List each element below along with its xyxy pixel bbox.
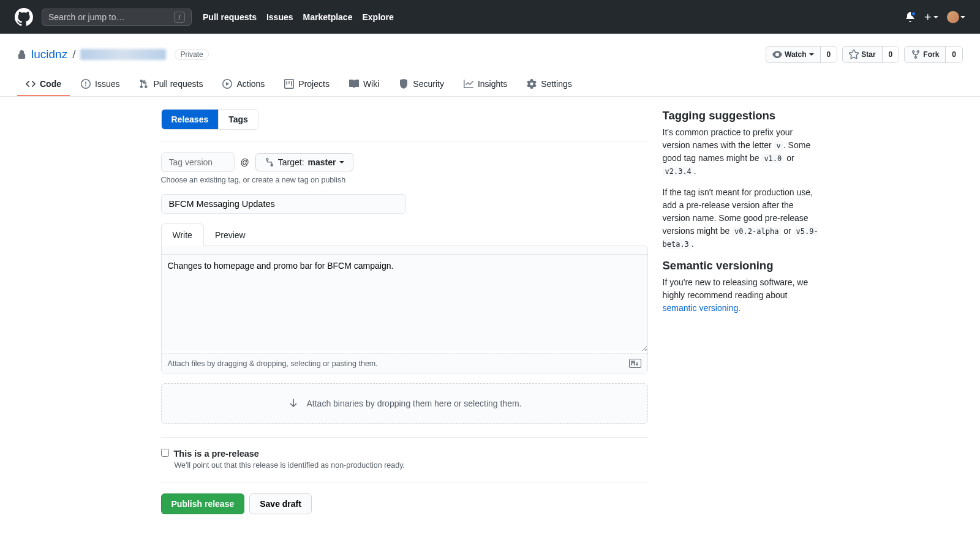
branch-icon xyxy=(265,157,274,167)
star-icon xyxy=(849,50,859,59)
star-button[interactable]: Star 0 xyxy=(842,46,899,63)
markdown-icon[interactable]: M↓ xyxy=(629,359,641,368)
form-buttons: Publish release Save draft xyxy=(161,482,648,514)
repo-owner-link[interactable]: lucidnz xyxy=(31,48,67,61)
nav-pull-requests[interactable]: Pull requests xyxy=(203,12,257,22)
tab-wiki[interactable]: Wiki xyxy=(341,73,388,96)
project-icon xyxy=(284,79,294,89)
release-subnav: Releases Tags xyxy=(161,109,258,130)
fork-count[interactable]: 0 xyxy=(945,47,962,62)
notifications-icon[interactable] xyxy=(905,12,915,22)
repo-actions: Watch 0 Star 0 Fork 0 xyxy=(766,46,963,63)
editor-tabs: Write Preview xyxy=(161,223,648,246)
subnav-tags[interactable]: Tags xyxy=(218,110,258,129)
prerelease-label[interactable]: This is a pre-release xyxy=(174,449,259,459)
prerelease-row: This is a pre-release xyxy=(161,449,648,459)
tab-actions[interactable]: Actions xyxy=(214,73,273,96)
tab-security[interactable]: Security xyxy=(390,73,453,96)
repo-header: lucidnz / Private Watch 0 Star 0 Fork 0 … xyxy=(0,34,980,97)
chevron-down-icon xyxy=(933,16,938,18)
lock-icon xyxy=(17,50,26,59)
at-symbol: @ xyxy=(241,157,249,167)
search-slash-key: / xyxy=(174,12,185,23)
watch-count[interactable]: 0 xyxy=(820,47,837,62)
nav-issues[interactable]: Issues xyxy=(266,12,293,22)
prerelease-checkbox[interactable] xyxy=(161,449,169,457)
subnav-releases[interactable]: Releases xyxy=(162,110,219,129)
private-badge: Private xyxy=(175,49,208,60)
divider xyxy=(161,437,648,438)
chevron-down-icon xyxy=(339,161,344,163)
eye-icon xyxy=(772,50,782,59)
tab-pull-requests[interactable]: Pull requests xyxy=(130,73,211,96)
tagging-title: Tagging suggestions xyxy=(663,109,820,122)
shield-icon xyxy=(399,79,409,89)
editor-footer[interactable]: Attach files by dragging & dropping, sel… xyxy=(162,353,647,373)
header-left: Search or jump to… / Pull requests Issue… xyxy=(15,8,905,26)
tag-version-input[interactable] xyxy=(161,152,235,172)
binaries-dropzone[interactable]: Attach binaries by dropping them here or… xyxy=(161,383,648,424)
page-container: Releases Tags @ Target: master Choose an… xyxy=(149,109,832,514)
editor-toolbar xyxy=(162,246,647,255)
tab-insights[interactable]: Insights xyxy=(455,73,516,96)
editor-box: Attach files by dragging & dropping, sel… xyxy=(161,246,648,373)
semver-p: If you're new to releasing software, we … xyxy=(663,276,820,315)
tab-issues[interactable]: Issues xyxy=(72,73,128,96)
nav-explore[interactable]: Explore xyxy=(362,12,393,22)
fork-button[interactable]: Fork 0 xyxy=(904,46,963,63)
repo-title: lucidnz / Private xyxy=(17,48,209,61)
issue-icon xyxy=(81,79,91,89)
tab-settings[interactable]: Settings xyxy=(518,73,581,96)
pr-icon xyxy=(139,79,149,89)
star-count[interactable]: 0 xyxy=(882,47,899,62)
global-header: Search or jump to… / Pull requests Issue… xyxy=(0,0,980,34)
chevron-down-icon xyxy=(960,16,965,18)
tab-code[interactable]: Code xyxy=(17,73,70,96)
write-tab[interactable]: Write xyxy=(161,223,204,246)
release-title-input[interactable] xyxy=(161,194,406,214)
avatar xyxy=(947,11,959,23)
fork-icon xyxy=(911,50,921,59)
semver-link[interactable]: semantic versioning. xyxy=(663,303,741,313)
play-icon xyxy=(222,79,232,89)
tagging-p1: It's common practice to prefix your vers… xyxy=(663,126,820,178)
chevron-down-icon xyxy=(809,53,814,56)
tag-target-row: @ Target: master xyxy=(161,152,648,172)
repo-title-row: lucidnz / Private Watch 0 Star 0 Fork 0 xyxy=(17,46,963,63)
tagging-p2: If the tag isn't meant for production us… xyxy=(663,186,820,250)
user-menu[interactable] xyxy=(947,11,965,23)
code-icon xyxy=(26,79,36,89)
attach-hint: Attach files by dragging & dropping, sel… xyxy=(168,359,378,368)
target-branch-dropdown[interactable]: Target: master xyxy=(255,153,354,171)
save-draft-button[interactable]: Save draft xyxy=(249,493,312,514)
watch-button[interactable]: Watch 0 xyxy=(766,46,837,63)
repo-name-link[interactable] xyxy=(80,49,166,60)
create-new-dropdown[interactable] xyxy=(924,13,938,21)
nav-marketplace[interactable]: Marketplace xyxy=(303,12,353,22)
search-input[interactable]: Search or jump to… / xyxy=(42,9,192,26)
sidebar: Tagging suggestions It's common practice… xyxy=(663,109,820,514)
tab-projects[interactable]: Projects xyxy=(276,73,338,96)
graph-icon xyxy=(464,79,473,89)
book-icon xyxy=(349,79,359,89)
repo-tabs: Code Issues Pull requests Actions Projec… xyxy=(17,73,963,96)
search-wrap: Search or jump to… / xyxy=(42,9,192,26)
tag-hint: Choose an existing tag, or create a new … xyxy=(161,176,648,184)
main-column: Releases Tags @ Target: master Choose an… xyxy=(161,109,648,514)
primary-nav: Pull requests Issues Marketplace Explore xyxy=(203,12,394,22)
gear-icon xyxy=(527,79,537,89)
github-logo-icon[interactable] xyxy=(15,8,33,26)
release-body-textarea[interactable] xyxy=(162,255,647,351)
divider xyxy=(161,141,648,141)
header-right xyxy=(905,11,965,23)
semver-title: Semantic versioning xyxy=(663,259,820,272)
prerelease-hint: We'll point out that this release is ide… xyxy=(175,461,648,470)
download-arrow-icon xyxy=(287,397,300,410)
notification-dot xyxy=(911,11,916,17)
path-separator: / xyxy=(72,48,75,61)
search-placeholder: Search or jump to… xyxy=(48,12,125,22)
preview-tab[interactable]: Preview xyxy=(203,223,257,246)
publish-release-button[interactable]: Publish release xyxy=(161,493,245,514)
